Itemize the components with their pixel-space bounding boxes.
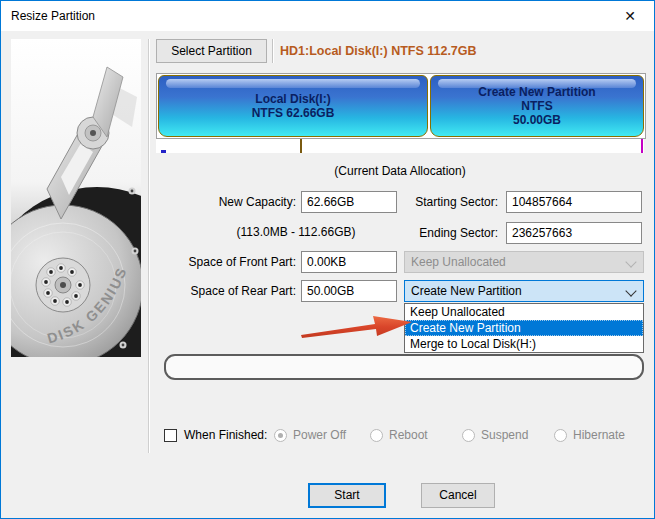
left-panel-divider — [148, 39, 150, 453]
radio-reboot — [370, 429, 383, 442]
chevron-down-icon — [625, 285, 636, 296]
dialog-title: Resize Partition — [11, 9, 95, 23]
radio-reboot-label: Reboot — [389, 428, 428, 442]
start-button[interactable]: Start — [308, 483, 386, 508]
disk-genius-image: DISK GENIUS — [11, 39, 141, 357]
dropdown-option-keep-unallocated[interactable]: Keep Unallocated — [405, 304, 643, 320]
header-divider — [272, 39, 274, 63]
close-icon[interactable]: ✕ — [620, 7, 640, 25]
capacity-range-hint: (113.0MB - 112.66GB) — [161, 225, 431, 239]
radio-power-off-label: Power Off — [293, 428, 346, 442]
rear-part-input[interactable]: 50.00GB — [301, 280, 397, 302]
rear-part-dropdown-list: Keep Unallocated Create New Partition Me… — [404, 303, 644, 353]
starting-sector-label: Starting Sector: — [408, 191, 498, 213]
radio-power-off — [274, 429, 287, 442]
front-part-combobox: Keep Unallocated — [404, 251, 644, 273]
resize-partition-dialog: Resize Partition ✕ — [0, 0, 655, 519]
new-capacity-input[interactable]: 62.66GB — [301, 191, 397, 213]
front-part-label: Space of Front Part: — [166, 251, 296, 273]
selected-disk-label: HD1:Local Disk(I:) NTFS 112.7GB — [280, 44, 477, 58]
partition-name: Create New Partition — [478, 85, 595, 99]
dropdown-option-create-new-partition[interactable]: Create New Partition — [405, 320, 643, 336]
when-finished-checkbox[interactable] — [164, 429, 177, 442]
partition-block-local-disk[interactable]: Local Disk(I:) NTFS 62.66GB — [158, 75, 428, 137]
select-partition-button[interactable]: Select Partition — [156, 39, 267, 63]
starting-sector-input[interactable]: 104857664 — [506, 191, 642, 213]
ending-sector-input[interactable]: 236257663 — [506, 222, 642, 244]
partition-fs: NTFS — [521, 99, 552, 113]
front-part-combo-value: Keep Unallocated — [411, 255, 506, 269]
data-allocation-bar[interactable] — [156, 139, 644, 153]
radio-suspend-label: Suspend — [481, 428, 528, 442]
allocation-cursor — [161, 150, 166, 153]
title-bar: Resize Partition ✕ — [1, 1, 654, 31]
chevron-down-icon — [625, 256, 636, 267]
front-part-input[interactable]: 0.00KB — [301, 251, 397, 273]
dropdown-option-merge-to-local-disk[interactable]: Merge to Local Disk(H:) — [405, 336, 643, 352]
rear-part-label: Space of Rear Part: — [166, 280, 296, 302]
new-capacity-label: New Capacity: — [166, 191, 296, 213]
ending-sector-label: Ending Sector: — [408, 222, 498, 244]
partition-block-new-partition[interactable]: Create New Partition NTFS 50.00GB — [430, 75, 644, 137]
status-box — [164, 354, 644, 380]
radio-selected-dot — [278, 433, 283, 438]
radio-hibernate-label: Hibernate — [573, 428, 625, 442]
radio-hibernate — [554, 429, 567, 442]
radio-suspend — [462, 429, 475, 442]
rear-part-combobox[interactable]: Create New Partition — [404, 280, 644, 302]
partition-size: 50.00GB — [513, 113, 561, 127]
rear-part-combo-value: Create New Partition — [411, 284, 522, 298]
partition-map: Local Disk(I:) NTFS 62.66GB Create New P… — [156, 73, 646, 139]
partition-name: Local Disk(I:) — [255, 92, 330, 106]
when-finished-label: When Finished: — [184, 428, 267, 442]
cancel-button[interactable]: Cancel — [421, 483, 495, 508]
partition-size: NTFS 62.66GB — [252, 106, 335, 120]
annotation-arrow-icon — [299, 307, 415, 341]
allocation-end-marker — [641, 139, 643, 153]
allocation-tick — [300, 139, 302, 153]
allocation-caption: (Current Data Allocation) — [156, 164, 644, 178]
